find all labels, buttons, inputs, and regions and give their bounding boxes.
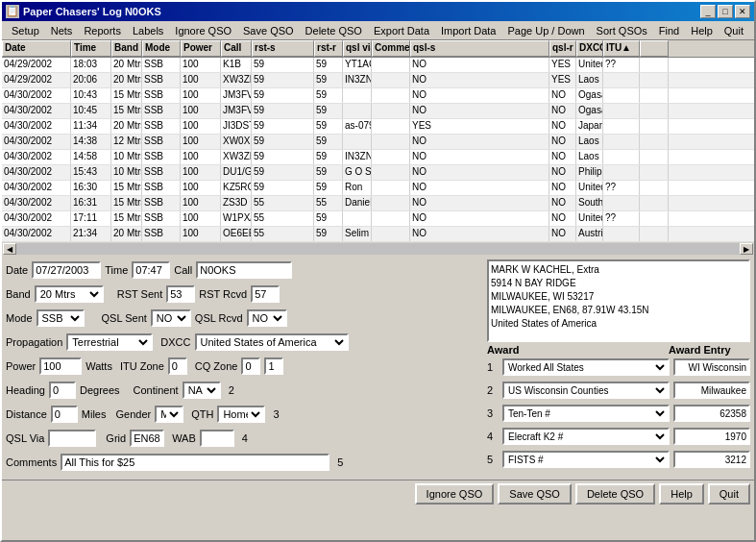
- distance-input[interactable]: [51, 406, 78, 423]
- ignore-qso-button[interactable]: Ignore QSO: [415, 483, 495, 505]
- itu-input[interactable]: [168, 357, 187, 375]
- award-select-5[interactable]: FISTS #: [502, 451, 670, 468]
- prop-select[interactable]: Terrestrial: [66, 333, 153, 351]
- qsl-sent-select[interactable]: NO YES: [151, 309, 191, 327]
- award-select-3[interactable]: Ten-Ten #: [502, 405, 670, 422]
- close-button[interactable]: ✕: [735, 5, 750, 18]
- date-input[interactable]: [32, 261, 101, 279]
- table-row[interactable]: 04/30/2002 15:43 10 Mtrs SSB 100 DU1/GM4…: [2, 165, 754, 181]
- menu-help[interactable]: Help: [685, 23, 719, 38]
- scroll-right-button[interactable]: ▶: [740, 243, 753, 255]
- cell-itu: ??: [603, 58, 640, 72]
- menu-setup[interactable]: Setup: [6, 23, 45, 38]
- col-qsl-via[interactable]: qsl via: [343, 40, 372, 57]
- help-button[interactable]: Help: [659, 483, 704, 505]
- form-row-band: Band 20 Mtrs RST Sent RST Rcvd: [6, 283, 481, 305]
- col-rst-r[interactable]: rst-r: [314, 40, 343, 57]
- qth-select[interactable]: Home: [217, 406, 265, 423]
- award-value-3[interactable]: [673, 405, 750, 422]
- col-comments[interactable]: Comments: [372, 40, 410, 57]
- power-input[interactable]: [39, 357, 82, 375]
- heading-input[interactable]: [49, 382, 76, 399]
- mode-select[interactable]: SSB: [37, 309, 85, 327]
- call-input[interactable]: [196, 261, 292, 279]
- log-table[interactable]: 04/29/2002 18:03 20 Mtrs SSB 100 K1B 59 …: [2, 58, 754, 242]
- award-select-2[interactable]: US Wisconsin Counties: [502, 382, 670, 399]
- minimize-button[interactable]: _: [700, 5, 716, 18]
- menu-nets[interactable]: Nets: [45, 23, 79, 38]
- comments-input[interactable]: [61, 454, 329, 471]
- save-qso-button[interactable]: Save QSO: [498, 483, 572, 505]
- table-row[interactable]: 04/30/2002 16:31 15 Mtrs SSB 100 ZS3D 55…: [2, 196, 754, 211]
- award-value-2[interactable]: [673, 382, 750, 399]
- menu-ignore-qso[interactable]: Ignore QSO: [169, 23, 237, 38]
- quit-button[interactable]: Quit: [708, 483, 750, 505]
- cell-comments: [372, 58, 410, 72]
- col-qsl-r[interactable]: qsl-r: [549, 40, 576, 57]
- col-mode[interactable]: Mode: [142, 40, 181, 57]
- award-value-5[interactable]: [673, 451, 750, 468]
- menu-quit[interactable]: Quit: [719, 23, 749, 38]
- table-row[interactable]: 04/30/2002 14:38 12 Mtrs SSB 100 XW0X 59…: [2, 135, 754, 150]
- award-select-1[interactable]: Worked All States: [502, 358, 670, 376]
- award-select-4[interactable]: Elecraft K2 #: [502, 428, 670, 445]
- address-box: MARK W KACHEL, Extra 5914 N BAY RIDGE MI…: [487, 259, 750, 342]
- cell-time: 18:03: [71, 58, 111, 72]
- col-call[interactable]: Call: [221, 40, 252, 57]
- table-row[interactable]: 04/30/2002 14:58 10 Mtrs SSB 100 XW3ZNR …: [2, 150, 754, 165]
- award-value-1[interactable]: [673, 358, 750, 376]
- menu-export-data[interactable]: Export Data: [368, 23, 435, 38]
- col-band[interactable]: Band: [111, 40, 142, 57]
- band-label: Band: [6, 288, 31, 300]
- qsl-via-input[interactable]: [48, 430, 96, 447]
- gender-select[interactable]: M F: [155, 406, 183, 423]
- wab-input[interactable]: [200, 430, 234, 447]
- award-value-4[interactable]: [673, 428, 750, 445]
- rst-sent-input[interactable]: [166, 285, 195, 303]
- rst-sent-label: RST Sent: [117, 288, 163, 300]
- form-row-distance: Distance Miles Gender M F QTH Home 3: [6, 404, 481, 425]
- delete-qso-button[interactable]: Delete QSO: [575, 483, 655, 505]
- menu-sort-qsos[interactable]: Sort QSOs: [591, 23, 653, 38]
- scroll-left-button[interactable]: ◀: [3, 243, 16, 255]
- table-row[interactable]: 04/29/2002 20:06 20 Mtrs SSB 100 XW3ZNR …: [2, 73, 754, 88]
- itu-label: ITU Zone: [120, 360, 164, 372]
- menu-reports[interactable]: Reports: [78, 23, 127, 38]
- menu-save-qso[interactable]: Save QSO: [237, 23, 300, 38]
- cell-qsl-r: YES: [549, 58, 576, 72]
- col-time[interactable]: Time: [71, 40, 111, 57]
- prop-label: Propagation: [6, 336, 62, 348]
- menu-import-data[interactable]: Import Data: [435, 23, 501, 38]
- table-row[interactable]: 04/30/2002 11:34 20 Mtrs SSB 100 JI3DST/…: [2, 119, 754, 135]
- maximize-button[interactable]: □: [718, 5, 733, 18]
- num5: 5: [337, 456, 343, 468]
- menu-page-up-down[interactable]: Page Up / Down: [501, 23, 590, 38]
- table-row[interactable]: 04/29/2002 18:03 20 Mtrs SSB 100 K1B 59 …: [2, 58, 754, 73]
- cq-input[interactable]: [241, 357, 260, 375]
- horizontal-scrollbar[interactable]: ◀ ▶: [2, 242, 754, 256]
- qsl-rcvd-select[interactable]: NO YES: [247, 309, 287, 327]
- col-power[interactable]: Power: [181, 40, 221, 57]
- time-input[interactable]: [132, 261, 170, 279]
- col-rst-s[interactable]: rst-s: [252, 40, 314, 57]
- scroll-track[interactable]: [16, 243, 740, 255]
- cq-num[interactable]: [264, 357, 283, 375]
- table-row[interactable]: 04/30/2002 21:34 20 Mtrs SSB 100 OE6EEG …: [2, 227, 754, 242]
- grid-input[interactable]: [130, 430, 164, 447]
- continent-select[interactable]: NA: [183, 382, 221, 399]
- col-dxcc[interactable]: DXCC: [576, 40, 603, 57]
- table-row[interactable]: 04/30/2002 17:11 15 Mtrs SSB 100 W1PX/P …: [2, 211, 754, 227]
- table-row[interactable]: 04/30/2002 16:30 15 Mtrs SSB 100 KZ5RO 5…: [2, 181, 754, 196]
- col-date[interactable]: Date: [2, 40, 71, 57]
- menu-labels[interactable]: Labels: [127, 23, 169, 38]
- col-itu[interactable]: ITU▲: [603, 40, 640, 57]
- rst-rcvd-input[interactable]: [251, 285, 280, 303]
- dxcc-select[interactable]: United States of America: [195, 333, 349, 351]
- menu-delete-qso[interactable]: Delete QSO: [300, 23, 368, 38]
- table-row[interactable]: 04/30/2002 10:45 15 Mtrs SSB 100 JM3FVL/…: [2, 104, 754, 119]
- num2: 2: [229, 384, 234, 396]
- col-qsl-s[interactable]: qsl-s: [410, 40, 549, 57]
- table-row[interactable]: 04/30/2002 10:43 15 Mtrs SSB 100 JM3FVL/…: [2, 88, 754, 104]
- menu-find[interactable]: Find: [653, 23, 685, 38]
- band-select[interactable]: 20 Mtrs: [35, 285, 104, 303]
